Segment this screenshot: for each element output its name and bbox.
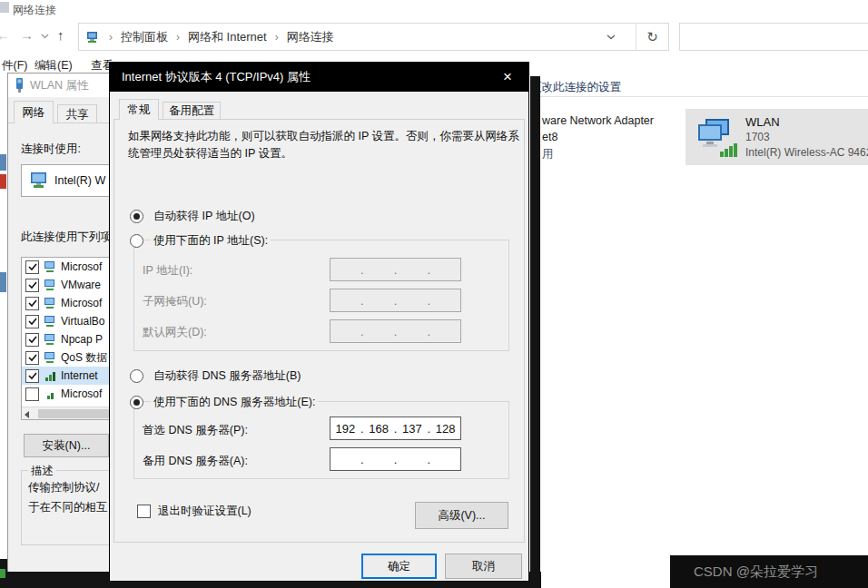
menu-edit[interactable]: 编辑(E) xyxy=(35,58,73,74)
ok-button-label: 确定 xyxy=(388,559,410,574)
alternate-dns-field[interactable]: . . . xyxy=(330,447,461,471)
list-item-label: Microsof xyxy=(61,260,102,273)
horizontal-scrollbar[interactable] xyxy=(22,407,109,419)
tab-sharing[interactable]: 共享 xyxy=(57,104,97,123)
list-item[interactable]: Microsof xyxy=(22,294,109,312)
list-item-label: Npcap P xyxy=(61,333,103,346)
back-button-icon[interactable]: ← xyxy=(0,27,10,43)
checkbox-checked[interactable] xyxy=(25,351,39,365)
watermark-text: CSDN @朵拉爱学习 xyxy=(694,564,818,581)
adapter-item-icon xyxy=(44,261,56,273)
checkbox-checked[interactable] xyxy=(25,333,39,347)
list-item-label: Microsof xyxy=(61,387,102,400)
breadcrumb-network-internet[interactable]: 网络和 Internet xyxy=(188,29,267,45)
radio-auto-ip[interactable]: 自动获得 IP 地址(O) xyxy=(130,209,258,224)
recent-pages-chevron-icon[interactable] xyxy=(41,34,49,39)
radio-off-icon[interactable] xyxy=(130,369,143,383)
change-connection-settings-command[interactable]: 更改此连接的设置 xyxy=(530,80,621,95)
tab-network[interactable]: 网络 xyxy=(14,101,54,123)
description-label: 描述 xyxy=(28,464,56,479)
menu-file[interactable]: 件(F) xyxy=(2,58,27,74)
validate-on-exit-label: 退出时验证设置(L) xyxy=(158,504,252,519)
list-item[interactable]: QoS 数据 xyxy=(22,348,109,367)
checkbox-checked[interactable] xyxy=(25,279,39,292)
address-dropdown-button[interactable] xyxy=(595,24,627,50)
adapter-icon-fragment xyxy=(0,154,6,171)
list-item-selected[interactable]: Internet xyxy=(22,367,109,385)
adapter-name: Intel(R) W xyxy=(54,174,105,187)
list-item[interactable]: VirtualBo xyxy=(22,312,109,330)
list-item[interactable]: Microsof xyxy=(22,385,109,403)
checkbox-checked[interactable] xyxy=(25,315,39,328)
ok-button[interactable]: 确定 xyxy=(361,554,437,579)
description-line: 传输控制协议/ xyxy=(28,480,99,495)
list-item[interactable]: Microsof xyxy=(22,258,109,276)
search-box[interactable] xyxy=(679,23,868,51)
search-input[interactable] xyxy=(680,24,868,50)
default-gateway-field: . . . xyxy=(330,319,461,343)
chevron-down-icon xyxy=(607,34,616,40)
wlan-dialog-titlebar[interactable]: WLAN 属性 xyxy=(8,74,109,97)
checkbox-checked[interactable] xyxy=(25,297,39,310)
breadcrumb-network-connections[interactable]: 网络连接 xyxy=(287,29,334,45)
radio-off-icon[interactable] xyxy=(130,234,143,248)
subnet-mask-label: 子网掩码(U): xyxy=(143,294,207,309)
watermark-bar: CSDN @朵拉爱学习 xyxy=(670,555,868,588)
breadcrumb-control-panel[interactable]: 控制面板 xyxy=(121,29,168,45)
network-adapter-icon xyxy=(29,172,49,191)
protocol-list[interactable]: Microsof VMware Microsof VirtualBo Npcap xyxy=(21,257,109,420)
connect-using-label: 连接时使用: xyxy=(21,142,81,157)
advanced-button[interactable]: 高级(V)... xyxy=(415,502,508,529)
up-button-icon[interactable]: ↑ xyxy=(57,27,64,43)
scroll-left-icon[interactable] xyxy=(25,411,29,418)
disabled-adapter-icon-fragment xyxy=(0,174,6,189)
radio-manual-ip[interactable]: 使用下面的 IP 地址(S): xyxy=(130,233,271,249)
tab-sharing-label: 共享 xyxy=(66,107,89,122)
tab-general[interactable]: 常规 xyxy=(119,99,159,120)
vmware-adapter-net-partial: et8 xyxy=(542,131,557,143)
breadcrumb-separator: › xyxy=(109,31,113,44)
wlan-tile-network: 1703 xyxy=(745,130,868,145)
list-item-label: Internet xyxy=(61,369,98,382)
radio-manual-dns-label: 使用下面的 DNS 服务器地址(E): xyxy=(151,395,318,410)
adapter-icon-fragment xyxy=(0,272,6,292)
protocol-item-icon xyxy=(44,370,56,382)
address-bar[interactable]: › 控制面板 › 网络和 Internet › 网络连接 ↻ xyxy=(78,23,669,51)
checkbox-unchecked[interactable] xyxy=(25,387,39,401)
advanced-button-label: 高级(V)... xyxy=(438,508,485,524)
refresh-button[interactable]: ↻ xyxy=(636,24,668,50)
checkbox-checked[interactable] xyxy=(25,369,39,383)
wlan-tile-device: Intel(R) Wireless-AC 9462 xyxy=(745,145,868,161)
checkbox-unchecked[interactable] xyxy=(137,505,151,518)
tab-alternate-config[interactable]: 备用配置 xyxy=(163,102,221,120)
install-button[interactable]: 安装(N)... xyxy=(24,434,109,457)
list-item[interactable]: Npcap P xyxy=(22,330,109,348)
radio-auto-dns-label: 自动获得 DNS 服务器地址(B) xyxy=(151,368,304,384)
wlan-connection-tile[interactable]: WLAN 1703 Intel(R) Wireless-AC 9462 xyxy=(686,109,868,165)
adapter-item-icon xyxy=(44,352,56,364)
ipv4-dialog-titlebar[interactable]: Internet 协议版本 4 (TCP/IPv4) 属性 × xyxy=(110,63,528,92)
tab-network-label: 网络 xyxy=(23,105,45,121)
wlan-adapter-icon xyxy=(693,115,745,159)
preferred-dns-field[interactable]: 192. 168. 137. 128 xyxy=(330,416,461,440)
list-item-label: QoS 数据 xyxy=(61,350,107,366)
breadcrumb-separator: › xyxy=(176,31,180,44)
alternate-dns-label: 备用 DNS 服务器(A): xyxy=(143,454,248,469)
validate-on-exit-checkbox[interactable]: 退出时验证设置(L) xyxy=(137,504,252,519)
radio-manual-dns[interactable]: 使用下面的 DNS 服务器地址(E): xyxy=(130,395,318,410)
scrollbar-thumb[interactable] xyxy=(38,409,109,418)
cancel-button[interactable]: 取消 xyxy=(445,554,522,579)
forward-button-icon[interactable]: → xyxy=(20,27,34,43)
list-item[interactable]: VMware xyxy=(22,276,109,294)
ipv4-dialog-title: Internet 协议版本 4 (TCP/IPv4) 属性 xyxy=(122,69,311,85)
radio-on-icon[interactable] xyxy=(130,396,143,409)
radio-on-icon[interactable] xyxy=(130,210,143,223)
network-folder-icon xyxy=(86,31,101,44)
adapter-item-icon xyxy=(44,298,56,309)
list-item-label: Microsof xyxy=(61,297,102,309)
close-icon[interactable]: × xyxy=(487,63,528,92)
vmware-adapter-name-partial: ware Network Adapter xyxy=(542,114,654,127)
install-button-label: 安装(N)... xyxy=(43,438,91,454)
radio-auto-dns[interactable]: 自动获得 DNS 服务器地址(B) xyxy=(130,368,304,384)
checkbox-checked[interactable] xyxy=(25,260,39,274)
